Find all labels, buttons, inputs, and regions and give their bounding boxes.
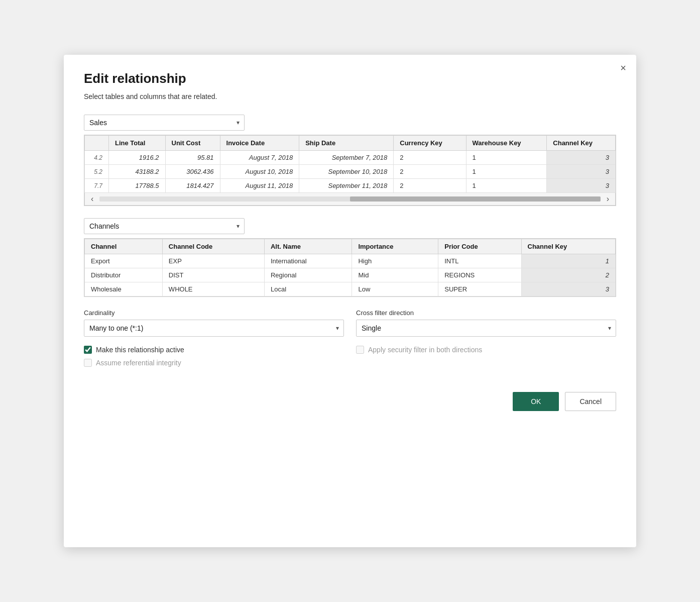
scroll-track[interactable] — [99, 196, 600, 202]
cross-filter-dropdown-wrapper: SingleBoth ▾ — [356, 320, 616, 337]
channel-3: Wholesale — [85, 282, 163, 296]
table-row: 4.2 1916.2 95.81 August 7, 2018 Septembe… — [85, 151, 616, 165]
alt-name-2: Regional — [264, 268, 352, 282]
ship-date-1: September 7, 2018 — [299, 151, 394, 165]
currency-key-2: 2 — [394, 165, 466, 179]
sales-table-scroll: Line Total Unit Cost Invoice Date Ship D… — [84, 135, 616, 193]
ok-button[interactable]: OK — [513, 392, 559, 411]
unit-cost-2: 3062.436 — [165, 165, 220, 179]
cardinality-crossfilter-row: Cardinality Many to one (*:1)One to one … — [84, 309, 616, 337]
warehouse-key-3: 1 — [466, 179, 547, 193]
col-id-header — [85, 136, 109, 151]
alt-name-3: Local — [264, 282, 352, 296]
warehouse-key-1: 1 — [466, 151, 547, 165]
table-row: Wholesale WHOLE Local Low SUPER 3 — [85, 282, 616, 296]
col-channel-code-header: Channel Code — [162, 239, 264, 254]
sales-section: Sales ▾ Line Total Unit Cost Invoice Dat… — [84, 115, 616, 206]
sales-table-scrollbar: ‹ › — [84, 193, 616, 206]
scroll-right-button[interactable]: › — [605, 194, 611, 204]
left-checkboxes: Make this relationship active Assume ref… — [84, 346, 344, 372]
invoice-date-2: August 10, 2018 — [220, 165, 299, 179]
col-ship-date-header: Ship Date — [299, 136, 394, 151]
line-total-1: 1916.2 — [109, 151, 166, 165]
cross-filter-dropdown[interactable]: SingleBoth — [356, 320, 616, 337]
col-channel-key-header-channels: Channel Key — [521, 239, 616, 254]
table-row: Export EXP International High INTL 1 — [85, 254, 616, 268]
invoice-date-3: August 11, 2018 — [220, 179, 299, 193]
sales-table-header-row: Line Total Unit Cost Invoice Date Ship D… — [85, 136, 616, 151]
currency-key-3: 2 — [394, 179, 466, 193]
currency-key-1: 2 — [394, 151, 466, 165]
channel-key-sales-2: 3 — [547, 165, 616, 179]
col-channel-header: Channel — [85, 239, 163, 254]
table-row: 5.2 43188.2 3062.436 August 10, 2018 Sep… — [85, 165, 616, 179]
prior-code-2: REGIONS — [438, 268, 521, 282]
col-importance-header: Importance — [352, 239, 438, 254]
referential-integrity-row: Assume referential integrity — [84, 359, 344, 367]
col-invoice-date-header: Invoice Date — [220, 136, 299, 151]
table-row: 7.7 17788.5 1814.427 August 11, 2018 Sep… — [85, 179, 616, 193]
cancel-button[interactable]: Cancel — [565, 392, 616, 411]
table-row: Distributor DIST Regional Mid REGIONS 2 — [85, 268, 616, 282]
col-line-total-header: Line Total — [109, 136, 166, 151]
row-id-3: 7.7 — [85, 179, 109, 193]
cardinality-dropdown[interactable]: Many to one (*:1)One to one (1:1)One to … — [84, 320, 344, 337]
active-relationship-checkbox[interactable] — [84, 346, 92, 354]
prior-code-3: SUPER — [438, 282, 521, 296]
channels-table-dropdown-wrapper: Channels ▾ — [84, 218, 245, 234]
bottom-section: Cardinality Many to one (*:1)One to one … — [84, 309, 616, 411]
col-channel-key-header-sales: Channel Key — [547, 136, 616, 151]
edit-relationship-dialog: × Edit relationship Select tables and co… — [64, 55, 636, 547]
cardinality-dropdown-wrapper: Many to one (*:1)One to one (1:1)One to … — [84, 320, 344, 337]
checkboxes-section: Make this relationship active Assume ref… — [84, 346, 616, 372]
channel-code-2: DIST — [162, 268, 264, 282]
unit-cost-3: 1814.427 — [165, 179, 220, 193]
channels-table-header-row: Channel Channel Code Alt. Name Importanc… — [85, 239, 616, 254]
prior-code-1: INTL — [438, 254, 521, 268]
sales-table-dropdown-wrapper: Sales ▾ — [84, 115, 245, 131]
line-total-3: 17788.5 — [109, 179, 166, 193]
col-prior-code-header: Prior Code — [438, 239, 521, 254]
col-currency-key-header: Currency Key — [394, 136, 466, 151]
row-id-1: 4.2 — [85, 151, 109, 165]
channel-1: Export — [85, 254, 163, 268]
col-alt-name-header: Alt. Name — [264, 239, 352, 254]
cross-filter-label: Cross filter direction — [356, 309, 616, 317]
row-id-2: 5.2 — [85, 165, 109, 179]
close-button[interactable]: × — [620, 63, 626, 73]
scroll-left-button[interactable]: ‹ — [89, 194, 95, 204]
unit-cost-1: 95.81 — [165, 151, 220, 165]
channels-table: Channel Channel Code Alt. Name Importanc… — [84, 239, 616, 296]
referential-integrity-checkbox[interactable] — [84, 359, 92, 367]
channel-key-channels-1: 1 — [521, 254, 616, 268]
channel-key-sales-3: 3 — [547, 179, 616, 193]
security-filter-row: Apply security filter in both directions — [356, 346, 616, 354]
importance-2: Mid — [352, 268, 438, 282]
line-total-2: 43188.2 — [109, 165, 166, 179]
channel-code-1: EXP — [162, 254, 264, 268]
ship-date-2: September 10, 2018 — [299, 165, 394, 179]
active-relationship-row: Make this relationship active — [84, 346, 344, 354]
channel-key-channels-2: 2 — [521, 268, 616, 282]
channels-table-dropdown[interactable]: Channels — [84, 218, 245, 234]
sales-table: Line Total Unit Cost Invoice Date Ship D… — [84, 135, 616, 193]
cardinality-group: Cardinality Many to one (*:1)One to one … — [84, 309, 344, 337]
dialog-subtitle: Select tables and columns that are relat… — [84, 92, 616, 101]
sales-table-container: Line Total Unit Cost Invoice Date Ship D… — [84, 135, 616, 206]
sales-table-dropdown[interactable]: Sales — [84, 115, 245, 131]
security-filter-checkbox[interactable] — [356, 346, 364, 354]
channel-key-sales-1: 3 — [547, 151, 616, 165]
action-row: OK Cancel — [84, 392, 616, 411]
security-filter-label: Apply security filter in both directions — [368, 346, 482, 354]
alt-name-1: International — [264, 254, 352, 268]
dialog-title: Edit relationship — [84, 71, 616, 86]
channel-code-3: WHOLE — [162, 282, 264, 296]
importance-3: Low — [352, 282, 438, 296]
active-relationship-label: Make this relationship active — [96, 346, 184, 354]
channel-key-channels-3: 3 — [521, 282, 616, 296]
referential-integrity-label: Assume referential integrity — [96, 359, 181, 367]
channels-table-container: Channel Channel Code Alt. Name Importanc… — [84, 238, 616, 297]
cardinality-label: Cardinality — [84, 309, 344, 317]
col-unit-cost-header: Unit Cost — [165, 136, 220, 151]
channels-section: Channels ▾ Channel Channel Code Alt. Nam… — [84, 218, 616, 297]
